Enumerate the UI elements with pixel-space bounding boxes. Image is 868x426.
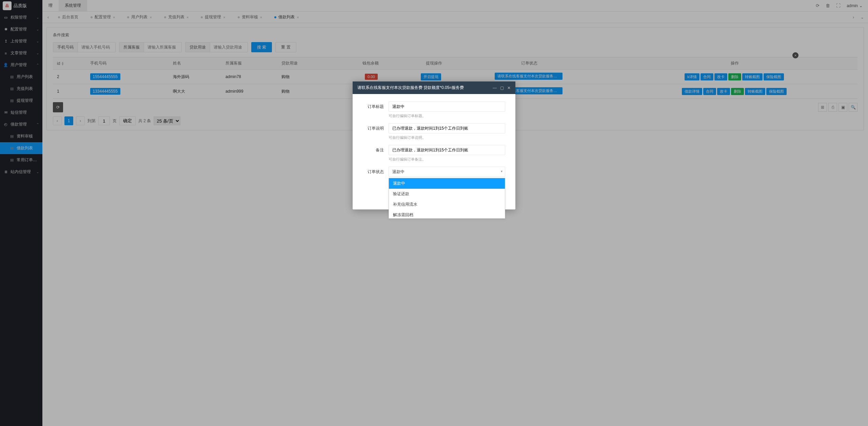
label-remark: 备注 <box>363 145 389 165</box>
input-order-title[interactable] <box>389 101 505 112</box>
input-order-desc[interactable] <box>389 123 505 133</box>
dropdown-option[interactable]: 验证还款 <box>389 189 505 199</box>
order-status-dropdown: 退款中 验证还款 补充信用流水 解冻需回档 解冻失败，请激活解冻 <box>389 178 505 219</box>
dialog-minimize-icon[interactable]: — <box>493 86 497 90</box>
help-remark: 可自行编辑订单备注。 <box>389 157 505 162</box>
help-order-title: 可自行编辑订单标题。 <box>389 113 505 118</box>
label-order-title: 订单标题 <box>363 101 389 121</box>
label-order-status: 订单状态 <box>363 167 389 177</box>
chevron-down-icon: ▾ <box>501 169 502 173</box>
label-order-desc: 订单说明 <box>363 123 389 143</box>
dropdown-option[interactable]: 补充信用流水 <box>389 199 505 210</box>
help-order-desc: 可自行编辑订单说明。 <box>389 135 505 140</box>
dialog-maximize-icon[interactable]: ▢ <box>500 86 504 90</box>
dropdown-option[interactable]: 解冻需回档 <box>389 210 505 219</box>
dropdown-option[interactable]: 退款中 <box>389 178 505 189</box>
dialog-close-icon[interactable]: ✕ <box>507 86 511 90</box>
input-remark[interactable] <box>389 145 505 155</box>
order-dialog: 请联系在线客服支付本次贷款服务费 贷款额度*0.05=服务费 — ▢ ✕ 订单标… <box>353 81 515 209</box>
dialog-title: 请联系在线客服支付本次贷款服务费 贷款额度*0.05=服务费 <box>357 85 493 91</box>
select-order-status[interactable]: 退款中 ▾ <box>389 167 505 177</box>
